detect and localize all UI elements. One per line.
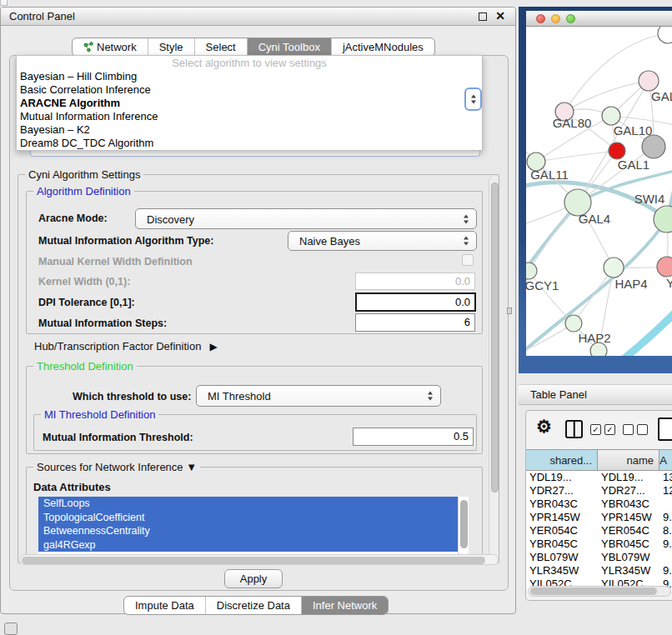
mi-steps-input[interactable]: 6 <box>355 313 475 332</box>
table-panel: ⚙ ✓ ✓ shared... name A YDL19...YDL19...1… <box>525 410 672 601</box>
close-traffic-light[interactable] <box>536 14 545 23</box>
mi-threshold-input[interactable]: 0.5 <box>353 428 474 446</box>
aracne-mode-combobox[interactable]: Discovery <box>135 208 477 229</box>
node-label: GAL10 <box>614 123 653 138</box>
checked-checkbox-icon[interactable]: ✓ <box>604 424 615 435</box>
sources-title[interactable]: Sources for Network Inference ▼ <box>33 461 200 473</box>
export-table-icon[interactable] <box>658 418 672 441</box>
spinner-arrows-icon <box>471 95 477 104</box>
algorithm-option-selected[interactable]: ARACNE Algorithm <box>17 97 482 110</box>
settings-group-title: Cyni Algorithm Settings <box>25 168 143 181</box>
algorithm-option[interactable]: Dream8 DC_TDC Algorithm <box>17 137 482 150</box>
which-threshold-combobox[interactable]: MI Threshold <box>196 385 441 407</box>
window-notch <box>0 0 8 6</box>
unchecked-checkbox-icon[interactable] <box>637 424 648 435</box>
table-row[interactable]: YDL19...YDL19...13 <box>526 471 672 484</box>
mi-algorithm-type-combobox[interactable]: Naive Bayes <box>288 231 477 251</box>
dock-mini-button[interactable] <box>4 622 18 635</box>
kernel-width-input[interactable]: 0.0 <box>355 272 475 290</box>
algorithm-option[interactable]: Mutual Information Inference <box>17 110 482 123</box>
attribute-item-selected[interactable]: TopologicalCoefficient <box>38 511 469 525</box>
table-header-row: shared... name A <box>526 449 672 471</box>
node-gal-partial[interactable] <box>639 71 659 91</box>
mi-steps-label: Mutual Information Steps: <box>38 318 167 329</box>
algorithm-option[interactable]: Bayesian – Hill Climbing <box>17 70 482 83</box>
tab-discretize-data[interactable]: Discretize Data <box>205 597 301 614</box>
panel-resize-handle[interactable] <box>507 308 512 314</box>
settings-horizontal-scrollbar[interactable] <box>19 554 499 565</box>
close-icon[interactable]: ✕ <box>495 9 505 22</box>
float-window-icon[interactable] <box>479 12 487 21</box>
tab-cyni-toolbox[interactable]: Cyni Toolbox <box>247 38 331 56</box>
checked-checkbox-icon[interactable]: ✓ <box>590 424 601 435</box>
table-row[interactable]: YLR345WYLR345W9. <box>526 564 672 578</box>
network-view-frame: GAL GAL80 GAL10 GAL1 GAL11 SWI4 GAL4 GCY… <box>519 7 672 373</box>
control-panel-titlebar[interactable]: Control Panel ✕ <box>1 8 515 26</box>
mi-threshold-label: Mutual Information Threshold: <box>43 432 193 443</box>
attribute-item-selected[interactable]: SelfLoops <box>38 497 469 511</box>
gear-icon[interactable]: ⚙ <box>536 417 552 437</box>
control-panel-tabbar: Network Style Select Cyni Toolbox jActiv… <box>72 38 435 57</box>
column-header-shared-name[interactable]: shared... <box>526 450 598 470</box>
node-partial-top[interactable] <box>658 27 672 43</box>
table-row[interactable]: YBR043CYBR043C <box>526 498 672 511</box>
node-salmon[interactable] <box>657 257 672 277</box>
kernel-width-label: Kernel Width (0,1): <box>38 276 130 288</box>
manual-kernel-width-checkbox[interactable] <box>462 254 474 266</box>
node-gray[interactable] <box>642 135 665 158</box>
table-row[interactable]: YBL079WYBL079W <box>526 551 672 564</box>
table-row[interactable]: YBR045CYBR045C9. <box>526 538 672 551</box>
mi-threshold-definition-group: MI Threshold Definition Mutual Informati… <box>33 414 477 451</box>
table-row[interactable]: YER054CYER054C8. <box>526 524 672 538</box>
tab-select[interactable]: Select <box>194 38 247 56</box>
algorithm-combobox-arrow-button[interactable] <box>464 88 482 111</box>
scrollbar-thumb[interactable] <box>460 500 468 548</box>
node-gcy1[interactable] <box>526 262 537 279</box>
attributes-scrollbar[interactable] <box>458 497 469 555</box>
table-row[interactable]: YDR27...YDR27...12 <box>526 484 672 498</box>
algorithm-placeholder: Select algorithm to view settings <box>17 56 482 70</box>
scrollbar-thumb[interactable] <box>530 588 657 595</box>
algorithm-option[interactable]: Bayesian – K2 <box>17 123 482 137</box>
table-row[interactable]: YPR145WYPR145W9. <box>526 511 672 524</box>
node-gal10[interactable] <box>602 107 620 125</box>
node-label: GAL1 <box>618 158 649 172</box>
mi-algorithm-type-label: Mutual Information Algorithm Type: <box>38 235 213 247</box>
column-header-name[interactable]: name <box>598 450 659 470</box>
scrollbar-thumb[interactable] <box>491 182 499 492</box>
settings-vertical-scrollbar[interactable] <box>489 176 499 562</box>
node-label: GCY1 <box>526 278 559 292</box>
tab-impute-data[interactable]: Impute Data <box>124 597 205 614</box>
table-horizontal-scrollbar[interactable] <box>528 586 671 597</box>
node-hap2[interactable] <box>565 315 582 332</box>
threshold-definition-title: Threshold Definition <box>33 360 137 372</box>
apply-button[interactable]: Apply <box>224 569 283 588</box>
aracne-mode-label: Aracne Mode: <box>38 212 108 224</box>
tab-network[interactable]: Network <box>73 38 148 56</box>
node-gal1[interactable] <box>609 142 625 159</box>
column-header-partial[interactable]: A <box>659 450 672 470</box>
network-canvas[interactable]: GAL GAL80 GAL10 GAL1 GAL11 SWI4 GAL4 GCY… <box>526 27 672 356</box>
expand-arrow-icon[interactable]: ▶ <box>209 341 217 352</box>
attribute-item-selected[interactable]: gal4RGexp <box>38 538 469 552</box>
cyni-bottom-tabbar: Impute Data Discretize Data Infer Networ… <box>123 596 389 615</box>
attribute-item-selected[interactable]: BetweennessCentrality <box>38 524 469 538</box>
table-panel-titlebar[interactable]: Table Panel <box>519 384 672 405</box>
node-hap4[interactable] <box>604 258 624 278</box>
tab-style[interactable]: Style <box>148 38 194 56</box>
collapse-arrow-icon[interactable]: ▼ <box>186 461 197 473</box>
tab-infer-network[interactable]: Infer Network <box>301 597 388 614</box>
algorithm-option[interactable]: Basic Correlation Inference <box>17 83 482 97</box>
show-columns-icon[interactable] <box>565 420 583 438</box>
unchecked-checkbox-icon[interactable] <box>623 424 634 435</box>
hub-transcription-factor-row[interactable]: Hub/Transcription Factor Definition▶ <box>34 340 218 352</box>
dpi-tolerance-input[interactable]: 0.0 <box>355 292 476 312</box>
scrollbar-thumb[interactable] <box>22 557 485 564</box>
minimize-traffic-light[interactable] <box>551 14 560 23</box>
tab-jactivemnodules[interactable]: jActiveMNodules <box>331 38 434 56</box>
data-attributes-label: Data Attributes <box>33 481 111 493</box>
node-label: Y <box>666 276 672 290</box>
network-window-titlebar[interactable] <box>526 11 672 27</box>
network-window: GAL GAL80 GAL10 GAL1 GAL11 SWI4 GAL4 GCY… <box>526 11 672 356</box>
zoom-traffic-light[interactable] <box>566 14 575 23</box>
